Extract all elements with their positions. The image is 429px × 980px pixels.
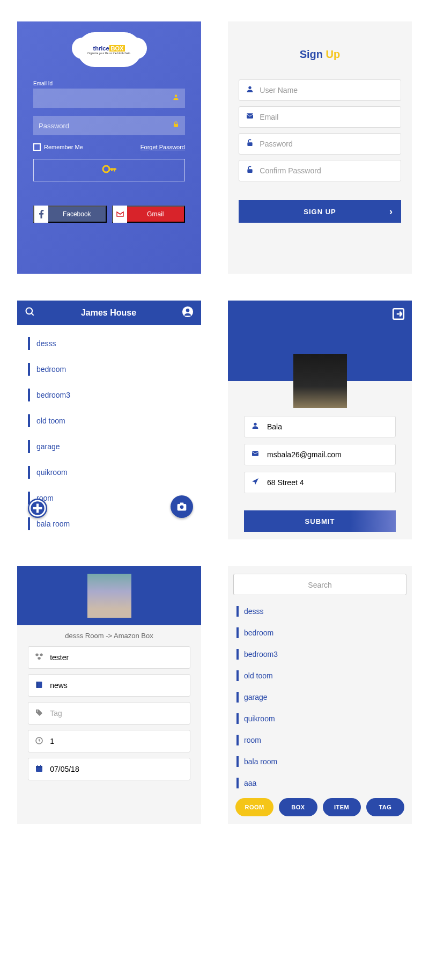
date-input[interactable]	[50, 765, 183, 773]
name-field[interactable]: Bala	[267, 422, 282, 431]
list-item[interactable]: quikroom	[233, 708, 406, 729]
mail-icon	[251, 449, 261, 460]
login-button[interactable]	[33, 159, 185, 181]
book-icon	[35, 681, 43, 691]
svg-rect-17	[33, 507, 42, 509]
search-icon[interactable]	[25, 306, 35, 319]
header: James House	[17, 301, 201, 325]
clock-icon	[35, 736, 43, 747]
item-image[interactable]	[87, 574, 131, 618]
svg-point-25	[37, 710, 38, 711]
signup-button[interactable]: SIGN UP ›	[239, 200, 401, 223]
list-item[interactable]: bala room	[233, 751, 406, 772]
chevron-right-icon: ›	[389, 206, 393, 217]
signup-title: Sign Up	[239, 48, 401, 61]
list-item[interactable]: bedroom	[233, 622, 406, 643]
filter-box[interactable]: BOX	[279, 798, 317, 816]
svg-rect-30	[40, 765, 41, 766]
list-item[interactable]: room	[233, 729, 406, 751]
address-field[interactable]: 68 Street 4	[267, 478, 304, 487]
email-input[interactable]	[260, 113, 394, 121]
svg-line-11	[32, 313, 34, 316]
location-icon	[251, 477, 261, 488]
page-title: James House	[35, 308, 182, 318]
unlock-icon	[246, 165, 254, 176]
search-input[interactable]: Search	[233, 574, 406, 595]
filter-item[interactable]: ITEM	[323, 798, 361, 816]
submit-button[interactable]: SUBMIT	[244, 510, 396, 532]
avatar[interactable]	[293, 354, 347, 408]
filter-row: ROOM BOX ITEM TAG	[228, 798, 412, 816]
svg-point-19	[180, 506, 184, 509]
mail-icon	[113, 206, 127, 223]
search-results: desss bedroom bedroom3 old toom garage q…	[233, 601, 406, 794]
camera-button[interactable]	[171, 495, 193, 518]
item-screen: desss Room -> Amazon Box	[17, 566, 201, 824]
list-item[interactable]: bedroom3	[233, 643, 406, 665]
svg-rect-24	[36, 682, 38, 688]
person-icon	[172, 93, 180, 103]
profile-screen: Bala msbala26@gmail.com 68 Street 4 SUBM…	[228, 301, 412, 539]
remember-checkbox[interactable]: Remember Me	[33, 143, 83, 151]
breadcrumb: desss Room -> Amazon Box	[17, 625, 201, 646]
svg-rect-8	[247, 142, 252, 146]
cubes-icon	[35, 653, 43, 663]
svg-rect-9	[247, 169, 252, 173]
signup-screen: Sign Up SIGN UP ›	[228, 21, 412, 274]
facebook-icon	[34, 206, 48, 223]
email-field[interactable]: msbala26@gmail.com	[267, 450, 342, 459]
svg-point-0	[175, 94, 177, 97]
filter-tag[interactable]: TAG	[366, 798, 404, 816]
svg-rect-20	[180, 503, 184, 504]
confirm-password-input[interactable]	[260, 166, 394, 175]
list-item[interactable]: bedroom	[17, 356, 201, 382]
calendar-icon	[35, 764, 43, 774]
person-icon	[251, 421, 261, 432]
tag-input[interactable]	[50, 709, 183, 718]
svg-point-2	[103, 166, 109, 172]
lock-icon	[172, 121, 180, 130]
exit-icon[interactable]	[391, 307, 405, 324]
list-item[interactable]: garage	[233, 686, 406, 708]
list-item[interactable]: aaa	[233, 772, 406, 794]
list-item[interactable]: old toom	[17, 408, 201, 434]
password-input[interactable]	[260, 140, 394, 148]
item-header	[17, 566, 201, 625]
list-item[interactable]: desss	[233, 601, 406, 622]
forget-password-link[interactable]: Forget Password	[140, 144, 185, 150]
tag-icon	[35, 708, 43, 719]
add-button[interactable]	[28, 499, 47, 518]
facebook-button[interactable]: Facebook	[33, 206, 107, 223]
house-screen: James House desss bedroom bedroom3 old t…	[17, 301, 201, 539]
person-icon	[246, 85, 254, 96]
name-input[interactable]	[50, 653, 183, 662]
svg-point-13	[186, 309, 189, 312]
filter-room[interactable]: ROOM	[235, 798, 273, 816]
list-item[interactable]: desss	[17, 331, 201, 356]
svg-rect-1	[174, 124, 178, 127]
account-icon[interactable]	[182, 306, 194, 320]
gmail-button[interactable]: Gmail	[112, 206, 186, 223]
description-input[interactable]	[50, 681, 183, 690]
logo: thriceBOX Organize your life on the bloc…	[77, 32, 142, 67]
email-input[interactable]	[33, 89, 185, 108]
svg-point-22	[254, 423, 256, 426]
key-icon	[102, 164, 117, 177]
username-input[interactable]	[260, 86, 394, 94]
svg-point-10	[26, 308, 33, 315]
mail-icon	[246, 112, 254, 122]
search-screen: Search desss bedroom bedroom3 old toom g…	[228, 566, 412, 824]
login-screen: thriceBOX Organize your life on the bloc…	[17, 21, 201, 274]
list-item[interactable]: quikroom	[17, 459, 201, 485]
quantity-input[interactable]	[50, 737, 183, 745]
svg-rect-23	[252, 451, 258, 456]
list-item[interactable]: old toom	[233, 665, 406, 686]
svg-rect-4	[114, 168, 115, 171]
list-item[interactable]: garage	[17, 434, 201, 459]
svg-rect-28	[36, 766, 42, 767]
svg-point-6	[248, 86, 251, 89]
svg-rect-7	[247, 113, 253, 118]
list-item[interactable]: bedroom3	[17, 382, 201, 408]
password-input[interactable]	[33, 116, 185, 135]
svg-rect-5	[111, 168, 113, 171]
